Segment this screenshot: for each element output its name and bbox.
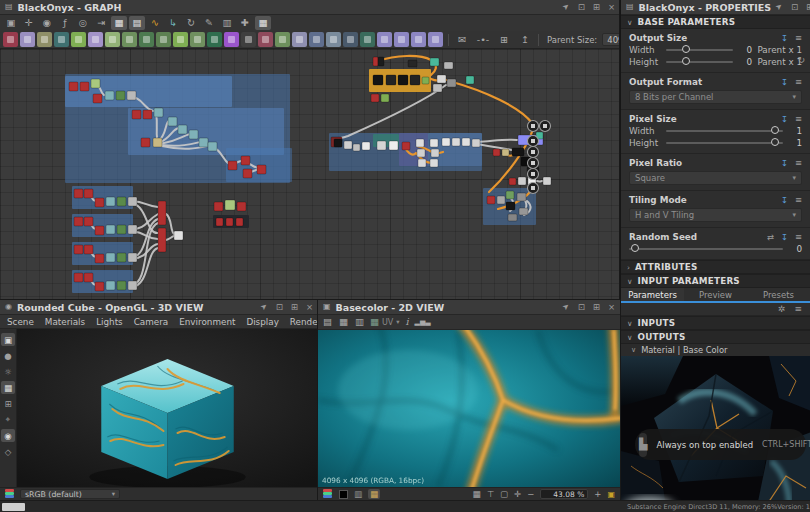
graph-node[interactable]: [174, 231, 183, 240]
node-grayscale[interactable]: [156, 32, 171, 47]
pan-2d-icon[interactable]: ✛: [514, 489, 521, 499]
node-svg[interactable]: [411, 32, 426, 47]
histogram-icon[interactable]: ▂▅▃: [415, 319, 431, 326]
pin-icon[interactable]: ➤: [561, 2, 571, 12]
graph-node[interactable]: [502, 149, 509, 156]
pin-node-icon[interactable]: ↥: [517, 33, 533, 47]
axis-icon[interactable]: ⌖: [1, 413, 15, 426]
graph-node[interactable]: [132, 110, 141, 119]
dot-link-icon[interactable]: -•-: [475, 33, 491, 47]
uv-overlay-dropdown[interactable]: ▦ UV ▾: [370, 317, 400, 327]
node-gradient-map[interactable]: [139, 32, 154, 47]
maximize-icon[interactable]: ⊞: [593, 3, 600, 12]
graph-node[interactable]: [519, 208, 528, 215]
node-emboss[interactable]: [122, 32, 137, 47]
graph-node[interactable]: [117, 225, 126, 234]
graph-wire[interactable]: [477, 140, 517, 142]
graph-node[interactable]: [106, 253, 115, 262]
node-sharpen[interactable]: [275, 32, 290, 47]
copy-image-icon[interactable]: ▥: [355, 317, 364, 327]
graph-node[interactable]: [128, 197, 137, 206]
maximize-icon[interactable]: ⊞: [593, 303, 600, 312]
graph-node[interactable]: [417, 149, 425, 157]
graph-node[interactable]: [95, 282, 104, 291]
node-normal[interactable]: [207, 32, 222, 47]
tab-parameters[interactable]: Parameters: [621, 288, 684, 301]
graph-node[interactable]: [84, 217, 93, 226]
graph-node[interactable]: [106, 225, 115, 234]
menu-display[interactable]: Display: [246, 317, 278, 327]
node-directional-blur[interactable]: [88, 32, 103, 47]
graph-node[interactable]: [466, 76, 474, 84]
lock-icon[interactable]: ▣: [607, 490, 615, 499]
image-icon[interactable]: ▥: [219, 16, 235, 30]
menu-camera[interactable]: Camera: [134, 317, 169, 327]
graph-node[interactable]: [84, 245, 93, 254]
channels-icon[interactable]: [323, 489, 333, 499]
graph-wire-exposed[interactable]: [449, 81, 532, 123]
color-channels-icon[interactable]: [5, 489, 15, 499]
graph-node[interactable]: [430, 139, 438, 147]
menu-icon[interactable]: ≡: [795, 232, 802, 242]
geometry-sphere-icon[interactable]: ◉: [1, 429, 15, 442]
snapshot-icon[interactable]: ◉: [39, 16, 55, 30]
wireframe-icon[interactable]: ◇: [1, 445, 15, 458]
graph-node[interactable]: [158, 201, 166, 225]
graph-node[interactable]: [506, 191, 514, 199]
graph-node[interactable]: [74, 245, 83, 254]
graph-output-glyph[interactable]: [543, 124, 547, 128]
fit-view-icon[interactable]: ⊞: [1, 397, 15, 410]
menu-lights[interactable]: Lights: [96, 317, 123, 327]
info-icon[interactable]: i: [406, 317, 409, 327]
graph-node[interactable]: [74, 273, 83, 282]
graph-node[interactable]: [506, 202, 515, 210]
section-input-parameters[interactable]: ∨ INPUT PARAMETERS: [621, 274, 810, 288]
graph-node[interactable]: [74, 217, 83, 226]
expose-icon[interactable]: ↧: [781, 77, 788, 87]
node-transform[interactable]: [309, 32, 324, 47]
random-seed-value[interactable]: 0: [790, 244, 802, 254]
expose-icon[interactable]: ↧: [781, 232, 788, 242]
menu-icon[interactable]: ≡: [795, 33, 802, 43]
comment-icon[interactable]: ✉: [454, 33, 470, 47]
graph-node[interactable]: [214, 202, 223, 211]
node-levels[interactable]: [190, 32, 205, 47]
zoom-in-button[interactable]: +: [594, 489, 601, 499]
node-pixel-processor[interactable]: [394, 32, 409, 47]
tab-preview[interactable]: Preview: [684, 288, 747, 301]
menu-icon[interactable]: ≡: [795, 158, 802, 168]
random-seed-slider[interactable]: [629, 248, 783, 250]
graph-node[interactable]: [257, 165, 266, 174]
node-color[interactable]: [224, 32, 239, 47]
node-warp[interactable]: [258, 32, 273, 47]
graph-node[interactable]: [512, 148, 524, 156]
expose-icon[interactable]: ↧: [781, 114, 788, 124]
zoom-icon[interactable]: ◎: [75, 16, 91, 30]
graph-node[interactable]: [433, 84, 442, 92]
graph-node[interactable]: [84, 273, 93, 282]
maximize-icon[interactable]: ⊞: [291, 303, 298, 312]
pixel-width-value[interactable]: 1: [790, 126, 802, 136]
zoom-level-input[interactable]: 43.08 %: [540, 489, 588, 499]
pixel-ratio-dropdown[interactable]: Square▾: [629, 171, 802, 185]
graph-node[interactable]: [416, 139, 424, 147]
expose-icon[interactable]: ↧: [781, 158, 788, 168]
panel-view-icon[interactable]: ▤: [129, 16, 145, 30]
camera-icon[interactable]: ▣: [1, 333, 15, 346]
node-tile[interactable]: [360, 32, 375, 47]
pen-icon[interactable]: ✎: [201, 16, 217, 30]
graph-node[interactable]: [154, 108, 163, 117]
pixel-width-slider[interactable]: [666, 130, 783, 132]
graph-node[interactable]: [371, 94, 379, 102]
fit-frame-icon[interactable]: ▢: [500, 489, 508, 499]
output-width-value[interactable]: 0: [740, 45, 752, 55]
new-view-icon[interactable]: ▤: [323, 317, 332, 327]
menu-materials[interactable]: Materials: [45, 317, 85, 327]
graph-node[interactable]: [116, 91, 125, 100]
pin-icon[interactable]: ➤: [561, 302, 571, 312]
menu-icon[interactable]: ≡: [794, 304, 802, 314]
graph-output-glyph[interactable]: [531, 124, 535, 128]
tiling-mode-dropdown[interactable]: H and V Tiling▾: [629, 208, 802, 222]
link-create-icon[interactable]: ⇥: [93, 16, 109, 30]
graph-node[interactable]: [447, 79, 456, 87]
